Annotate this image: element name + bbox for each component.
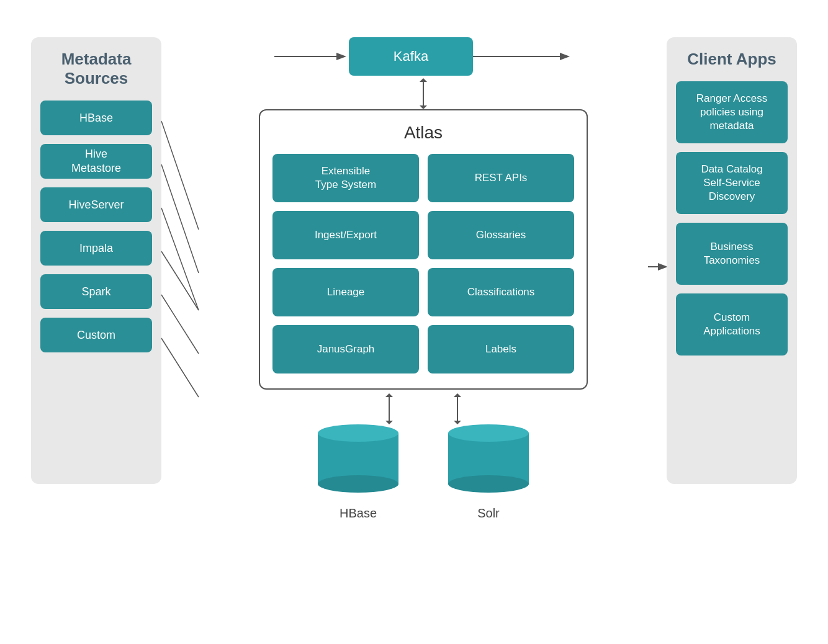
hbase-db-item: HBase (318, 424, 398, 521)
diagram-container: MetadataSources HBase HiveMetastore Hive… (0, 0, 828, 644)
client-apps-panel: Client Apps Ranger Accesspolicies usingm… (667, 37, 797, 484)
client-data-catalog: Data CatalogSelf-ServiceDiscovery (676, 152, 788, 214)
rest-api-connector (648, 93, 667, 540)
atlas-extensible-type-system: ExtensibleType System (272, 154, 419, 202)
metadata-source-hbase: HBase (40, 101, 152, 135)
svg-line-0 (161, 121, 199, 230)
atlas-rest-apis: REST APIs (428, 154, 574, 202)
metadata-sources-panel: MetadataSources HBase HiveMetastore Hive… (31, 37, 161, 484)
metadata-source-impala: Impala (40, 231, 152, 266)
atlas-janusgraph: JanusGraph (272, 325, 419, 373)
metadata-source-hive-metastore: HiveMetastore (40, 144, 152, 179)
hbase-db-label: HBase (340, 506, 377, 521)
center-column: Kafka (199, 37, 648, 521)
hbase-db-arrow (380, 393, 398, 424)
kafka-atlas-arrow (414, 78, 433, 109)
bottom-arrows (380, 393, 467, 424)
client-apps-title: Client Apps (687, 50, 776, 69)
svg-line-4 (161, 295, 199, 354)
atlas-grid: ExtensibleType System REST APIs Ingest/E… (272, 154, 574, 373)
svg-line-5 (161, 338, 199, 397)
client-business-taxonomies: BusinessTaxonomies (676, 223, 788, 285)
atlas-title: Atlas (272, 123, 574, 143)
metadata-source-custom: Custom (40, 318, 152, 352)
svg-line-1 (161, 164, 199, 273)
svg-marker-15 (454, 393, 461, 397)
metadata-source-hiveserver: HiveServer (40, 187, 152, 222)
client-ranger-access: Ranger Accesspolicies usingmetadata (676, 81, 788, 143)
kafka-box: Kafka (349, 37, 473, 76)
solr-db-arrow (448, 393, 467, 424)
atlas-glossaries: Glossaries (428, 211, 574, 259)
solr-db-label: Solr (477, 506, 500, 521)
right-kafka-arrow (473, 47, 572, 66)
client-custom-applications: CustomApplications (676, 293, 788, 356)
atlas-ingest-export: Ingest/Export (272, 211, 419, 259)
layout: MetadataSources HBase HiveMetastore Hive… (12, 19, 816, 625)
svg-marker-12 (385, 393, 393, 397)
atlas-lineage: Lineage (272, 268, 419, 316)
atlas-labels: Labels (428, 325, 574, 373)
svg-line-2 (161, 208, 199, 310)
atlas-container: Atlas ExtensibleType System REST APIs In… (259, 109, 588, 390)
metadata-sources-title: MetadataSources (61, 50, 132, 88)
solr-db-item: Solr (448, 424, 529, 521)
left-kafka-arrow (274, 47, 349, 66)
left-connectors (161, 93, 199, 540)
metadata-source-spark: Spark (40, 274, 152, 309)
svg-marker-9 (420, 78, 427, 82)
atlas-classifications: Classifications (428, 268, 574, 316)
database-section: HBase Solr (318, 424, 529, 521)
